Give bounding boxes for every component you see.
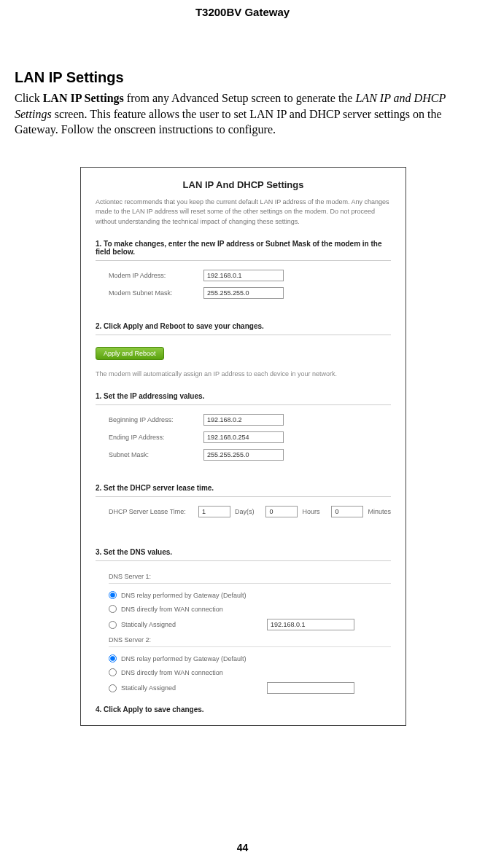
modem-ip-row: Modem IP Address: bbox=[96, 270, 391, 281]
begin-ip-row: Beginning IP Address: bbox=[96, 414, 391, 426]
end-ip-label: Ending IP Address: bbox=[109, 434, 203, 441]
dns1-wan-label: DNS directly from WAN connection bbox=[121, 606, 267, 613]
lease-row: DHCP Server Lease Time: Day(s) Hours Min… bbox=[96, 506, 391, 517]
step-1b-header: 1. Set the IP addressing values. bbox=[96, 388, 391, 405]
dns2-static-input[interactable] bbox=[267, 682, 354, 694]
lease-days-input[interactable] bbox=[198, 506, 230, 517]
step-3-header: 3. Set the DNS values. bbox=[96, 544, 391, 561]
subnet-input[interactable] bbox=[203, 449, 284, 461]
page-content: LAN IP Settings Click LAN IP Settings fr… bbox=[0, 18, 485, 726]
panel-title: LAN IP And DHCP Settings bbox=[96, 179, 391, 190]
page-number: 44 bbox=[0, 842, 485, 853]
dns1-static-radio[interactable] bbox=[109, 621, 117, 629]
dns1-static-input[interactable] bbox=[267, 619, 354, 630]
begin-ip-label: Beginning IP Address: bbox=[109, 416, 203, 423]
dns2-wan-radio[interactable] bbox=[109, 668, 117, 676]
end-ip-row: Ending IP Address: bbox=[96, 431, 391, 443]
modem-mask-row: Modem Subnet Mask: bbox=[96, 287, 391, 299]
dns2-static-radio[interactable] bbox=[109, 684, 117, 692]
dns1-relay-label: DNS relay performed by Gateway (Default) bbox=[121, 592, 267, 599]
dns1-block: DNS Server 1: DNS relay performed by Gat… bbox=[96, 570, 391, 697]
dns1-wan-radio[interactable] bbox=[109, 605, 117, 613]
step-2-header: 2. Click Apply and Reboot to save your c… bbox=[96, 318, 391, 335]
settings-panel: LAN IP And DHCP Settings Actiontec recom… bbox=[80, 167, 406, 727]
lease-minutes-input[interactable] bbox=[331, 506, 363, 517]
end-ip-input[interactable] bbox=[203, 431, 284, 443]
step-2b-header: 2. Set the DHCP server lease time. bbox=[96, 480, 391, 497]
body-bold: LAN IP Settings bbox=[43, 92, 124, 104]
dns2-relay-label: DNS relay performed by Gateway (Default) bbox=[121, 655, 267, 662]
apply-reboot-button[interactable]: Apply and Reboot bbox=[96, 347, 164, 360]
panel-intro: Actiontec recommends that you keep the c… bbox=[96, 198, 391, 227]
dns2-wan-label: DNS directly from WAN connection bbox=[121, 669, 267, 676]
modem-mask-input[interactable] bbox=[203, 287, 284, 299]
section-title: LAN IP Settings bbox=[15, 69, 470, 86]
body-mid: from any Advanced Setup screen to genera… bbox=[124, 92, 356, 104]
dns1-header: DNS Server 1: bbox=[109, 570, 391, 584]
modem-ip-input[interactable] bbox=[203, 270, 284, 281]
lease-days-unit: Day(s) bbox=[235, 508, 255, 515]
body-prefix: Click bbox=[15, 92, 43, 104]
subnet-label: Subnet Mask: bbox=[109, 451, 203, 458]
dns2-static-label: Statically Assigned bbox=[121, 684, 267, 692]
modem-mask-label: Modem Subnet Mask: bbox=[109, 289, 203, 297]
subnet-row: Subnet Mask: bbox=[96, 449, 391, 461]
auto-assign-text: The modem will automatically assign an I… bbox=[96, 370, 391, 378]
lease-label: DHCP Server Lease Time: bbox=[109, 508, 194, 515]
dns1-relay-radio[interactable] bbox=[109, 591, 117, 599]
body-paragraph: Click LAN IP Settings from any Advanced … bbox=[15, 90, 470, 138]
begin-ip-input[interactable] bbox=[203, 414, 284, 426]
page-header: T3200BV Gateway bbox=[0, 0, 485, 18]
dns1-static-label: Statically Assigned bbox=[121, 621, 267, 628]
modem-ip-label: Modem IP Address: bbox=[109, 272, 203, 279]
step-1-header: 1. To make changes, enter the new IP add… bbox=[96, 235, 391, 261]
lease-hours-input[interactable] bbox=[265, 506, 298, 517]
lease-hours-unit: Hours bbox=[302, 508, 319, 515]
lease-minutes-unit: Minutes bbox=[368, 508, 391, 515]
step-4-header: 4. Click Apply to save changes. bbox=[96, 701, 391, 718]
body-suffix: screen. This feature allows the user to … bbox=[15, 108, 442, 136]
dns2-relay-radio[interactable] bbox=[109, 654, 117, 662]
dns2-header: DNS Server 2: bbox=[109, 633, 391, 647]
